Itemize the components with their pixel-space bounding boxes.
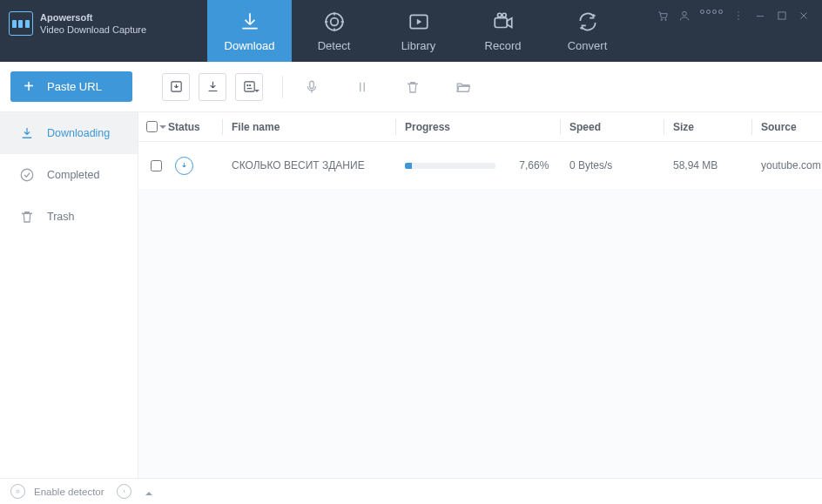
app-title: Apowersoft Video Download Capture: [40, 11, 146, 36]
svg-rect-3: [495, 17, 507, 27]
sidebar-item-trash[interactable]: Trash: [0, 196, 138, 238]
paste-url-button[interactable]: + Paste URL: [10, 71, 132, 102]
svg-point-8: [683, 11, 687, 16]
row-progress: 7,66%: [405, 159, 560, 172]
sidebar-completed-label: Completed: [47, 169, 99, 181]
svg-point-4: [497, 13, 501, 17]
pause-button[interactable]: [353, 77, 372, 97]
download-all-button[interactable]: [199, 73, 226, 101]
tab-download-label: Download: [225, 39, 275, 52]
user-icon[interactable]: [678, 10, 691, 22]
sidebar: Downloading Completed Trash: [0, 112, 138, 478]
progress-bar: [405, 163, 495, 169]
speed-icon[interactable]: [117, 484, 131, 499]
svg-point-19: [17, 490, 19, 493]
chevron-down-icon[interactable]: [159, 125, 166, 132]
sidebar-item-downloading[interactable]: Downloading: [0, 112, 138, 154]
tab-detect[interactable]: Detect: [292, 0, 376, 62]
minimize-button[interactable]: [754, 10, 766, 22]
status-downloading-icon: [175, 157, 193, 175]
main-nav: Download Detect Library Record Convert: [207, 0, 630, 62]
paste-url-label: Paste URL: [47, 80, 102, 93]
tab-detect-label: Detect: [318, 39, 351, 52]
svg-point-16: [249, 85, 250, 86]
svg-point-9: [738, 12, 739, 13]
app-logo-icon: [9, 11, 33, 36]
svg-point-0: [326, 13, 343, 30]
detect-icon: [323, 10, 346, 33]
chevron-up-icon[interactable]: [145, 488, 152, 495]
plus-icon: +: [10, 77, 47, 97]
col-status[interactable]: Status: [168, 121, 222, 133]
select-all-checkbox[interactable]: [146, 121, 158, 132]
col-progress[interactable]: Progress: [405, 121, 560, 133]
completed-icon: [19, 167, 35, 183]
svg-point-1: [330, 17, 338, 25]
tab-convert[interactable]: Convert: [545, 0, 630, 62]
col-source[interactable]: Source: [761, 121, 822, 133]
brand-area: Apowersoft Video Download Capture: [0, 0, 207, 62]
table-row[interactable]: СКОЛЬКО ВЕСИТ ЗДАНИЕ 7,66% 0 Bytes/s 58,…: [138, 142, 822, 189]
detector-icon[interactable]: [10, 484, 25, 499]
tab-download[interactable]: Download: [207, 0, 292, 62]
row-size: 58,94 MB: [673, 159, 751, 171]
svg-point-7: [665, 19, 667, 21]
download-list: Status File name Progress Speed Size Sou…: [138, 112, 822, 478]
svg-point-5: [502, 13, 505, 17]
apps-icon[interactable]: [700, 10, 723, 14]
progress-percent: 7,66%: [519, 159, 549, 171]
download-single-button[interactable]: [162, 73, 190, 101]
svg-point-18: [21, 169, 33, 181]
sidebar-trash-label: Trash: [47, 211, 75, 223]
row-source: youtube.com: [761, 159, 822, 171]
tab-library[interactable]: Library: [376, 0, 461, 62]
sidebar-downloading-label: Downloading: [47, 127, 110, 139]
mic-button[interactable]: [302, 77, 321, 97]
col-size[interactable]: Size: [673, 121, 751, 133]
download-options-button[interactable]: [235, 73, 263, 101]
svg-rect-12: [778, 12, 785, 19]
chevron-down-icon: [254, 90, 259, 95]
open-folder-button[interactable]: [454, 77, 473, 97]
table-header: Status File name Progress Speed Size Sou…: [138, 112, 822, 142]
svg-point-10: [738, 16, 739, 17]
convert-icon: [576, 10, 599, 33]
titlebar: Apowersoft Video Download Capture Downlo…: [0, 0, 822, 62]
tab-record-label: Record: [485, 39, 522, 52]
cart-icon[interactable]: [657, 10, 669, 22]
brand-line2: Video Download Capture: [40, 24, 146, 35]
row-checkbox[interactable]: [151, 160, 162, 171]
close-button[interactable]: [798, 10, 810, 22]
row-filename: СКОЛЬКО ВЕСИТ ЗДАНИЕ: [232, 159, 395, 171]
svg-rect-17: [310, 81, 314, 88]
tab-library-label: Library: [401, 39, 436, 52]
status-bar: Enable detector: [0, 478, 822, 504]
row-speed: 0 Bytes/s: [569, 159, 664, 171]
col-filename[interactable]: File name: [232, 121, 395, 133]
svg-rect-14: [244, 82, 253, 91]
downloading-icon: [19, 125, 35, 141]
window-controls: [657, 0, 822, 62]
svg-point-11: [738, 19, 739, 20]
col-speed[interactable]: Speed: [569, 121, 664, 133]
maximize-button[interactable]: [776, 10, 788, 22]
sidebar-item-completed[interactable]: Completed: [0, 154, 138, 196]
enable-detector-label[interactable]: Enable detector: [34, 487, 104, 497]
toolbar: + Paste URL: [0, 62, 822, 112]
delete-button[interactable]: [403, 77, 422, 97]
progress-fill: [405, 163, 412, 169]
trash-icon: [19, 209, 35, 225]
download-icon: [239, 10, 261, 33]
record-icon: [492, 10, 515, 33]
tab-record[interactable]: Record: [461, 0, 545, 62]
toolbar-separator: [282, 76, 283, 98]
library-icon: [408, 10, 430, 33]
svg-point-6: [661, 19, 663, 21]
menu-icon[interactable]: [732, 10, 745, 22]
brand-line1: Apowersoft: [40, 12, 93, 23]
tab-convert-label: Convert: [568, 39, 608, 52]
svg-point-15: [246, 85, 247, 86]
